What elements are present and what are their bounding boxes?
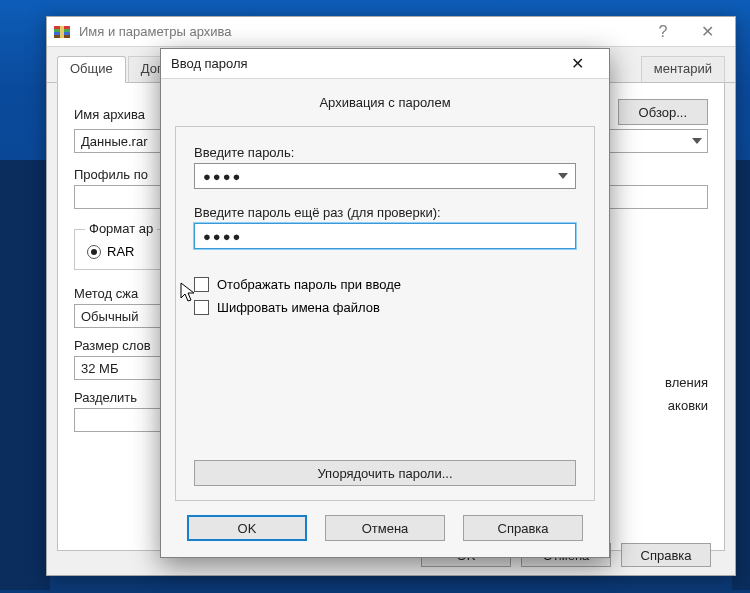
titlebar: Имя и параметры архива ? ✕ [47,17,735,47]
organize-passwords-button[interactable]: Упорядочить пароли... [194,460,576,486]
modal-title: Ввод пароля [171,56,555,71]
desktop-bg-left [0,160,50,590]
tab-comment[interactable]: ментарий [641,56,725,83]
show-password-checkbox[interactable] [194,277,209,292]
window-title: Имя и параметры архива [79,24,641,39]
encrypt-names-label: Шифровать имена файлов [217,300,380,315]
modal-cancel-button[interactable]: Отмена [325,515,445,541]
encrypt-names-checkbox[interactable] [194,300,209,315]
show-password-label: Отображать пароль при вводе [217,277,401,292]
password1-input[interactable] [194,163,576,189]
svg-rect-4 [60,26,64,38]
format-group-title: Формат ар [85,221,157,236]
winrar-icon [53,23,71,41]
password2-label: Введите пароль ещё раз (для проверки): [194,205,576,220]
format-rar-label: RAR [107,244,134,259]
browse-button[interactable]: Обзор... [618,99,708,125]
close-icon[interactable]: ✕ [685,18,729,46]
password-dialog: Ввод пароля ✕ Архивация с паролем Введит… [160,48,610,558]
help-button-icon[interactable]: ? [641,18,685,46]
modal-help-button[interactable]: Справка [463,515,583,541]
format-rar-radio[interactable] [87,245,101,259]
password1-label: Введите пароль: [194,145,576,160]
modal-ok-button[interactable]: OK [187,515,307,541]
close-icon[interactable]: ✕ [555,50,599,78]
password2-input[interactable] [194,223,576,249]
back-help-button[interactable]: Справка [621,543,711,567]
chevron-down-icon[interactable] [558,173,568,179]
chevron-down-icon[interactable] [692,138,702,144]
modal-titlebar: Ввод пароля ✕ [161,49,609,79]
tab-general[interactable]: Общие [57,56,126,83]
modal-heading: Архивация с паролем [161,79,609,120]
